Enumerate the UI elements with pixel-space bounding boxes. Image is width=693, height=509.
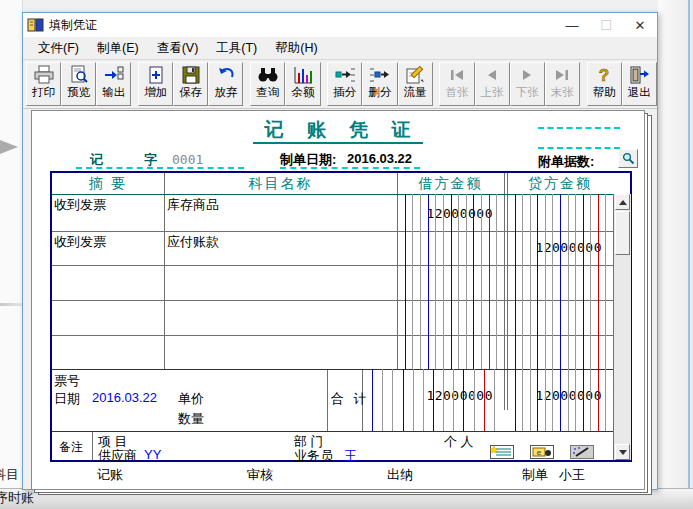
scroll-up-button[interactable] xyxy=(615,194,630,210)
memo-list-icon[interactable] xyxy=(490,445,514,459)
grid-line xyxy=(92,431,93,460)
total-credit-ledger: 12000000 xyxy=(507,369,613,431)
preview-button[interactable]: 预览 xyxy=(61,62,96,106)
prev-page-icon xyxy=(481,65,503,85)
background-window-left xyxy=(0,0,23,509)
next-page-icon xyxy=(516,65,538,85)
prev-page-button[interactable]: 上张 xyxy=(475,62,510,106)
voucher-body: 记 账 凭 证 记 字 0001 制单日期: 2016.03.22 附单据数: xyxy=(23,109,657,509)
magic-wand-icon[interactable] xyxy=(570,445,594,459)
app-book-icon xyxy=(27,17,44,33)
toolbar-separator xyxy=(243,62,250,106)
background-item-subjects[interactable]: 科目 xyxy=(0,466,19,484)
last-page-button[interactable]: 末张 xyxy=(545,62,580,106)
table-scrollbar[interactable] xyxy=(613,194,631,460)
exit-button[interactable]: 退出 xyxy=(622,62,657,106)
delete-line-button[interactable]: 删分 xyxy=(362,62,397,106)
screen-browse-icon[interactable]: e xyxy=(530,445,554,459)
voucher-table: 摘 要 科目名称 借方金额 贷方金额 xyxy=(50,171,632,462)
export-button[interactable]: 输出 xyxy=(96,62,131,106)
grid-line xyxy=(504,173,505,410)
supplier-label: 供应商 xyxy=(98,447,137,465)
save-floppy-icon xyxy=(180,65,202,85)
salesman-label: 业务员 xyxy=(294,447,333,465)
preview-icon xyxy=(68,65,90,85)
magnifier-icon xyxy=(622,152,635,165)
flow-edit-icon xyxy=(404,65,426,85)
menu-bar: 文件(F) 制单(E) 查看(V) 工具(T) 帮助(H) xyxy=(23,37,657,59)
toolbar-separator xyxy=(131,62,138,106)
last-page-icon xyxy=(551,65,573,85)
attachment-lookup-button[interactable] xyxy=(618,149,638,168)
supplier-value[interactable]: YY xyxy=(144,447,161,462)
row-account-cell[interactable]: 应付账款 xyxy=(167,233,219,251)
preparer-value[interactable]: 小王 xyxy=(559,466,585,484)
insert-line-button[interactable]: 插分 xyxy=(327,62,362,106)
scroll-down-button[interactable] xyxy=(615,444,630,460)
undo-icon xyxy=(215,65,237,85)
salesman-value[interactable]: 王 xyxy=(344,447,357,465)
svg-text:e: e xyxy=(537,448,542,457)
scrollbar-thumb[interactable] xyxy=(615,211,630,255)
debit-ledger-column[interactable]: 12000000 xyxy=(397,194,504,369)
remarks-label: 备注 xyxy=(59,439,83,456)
flow-button[interactable]: 流量 xyxy=(398,62,433,106)
unit-price-label: 单价 xyxy=(178,390,204,408)
balance-button[interactable]: 余额 xyxy=(285,62,320,106)
cashier-label: 出纳 xyxy=(387,466,413,484)
add-button[interactable]: 增加 xyxy=(138,62,173,106)
menu-file[interactable]: 文件(F) xyxy=(29,38,88,59)
menu-view[interactable]: 查看(V) xyxy=(148,38,208,59)
attachment-count-label: 附单据数: xyxy=(538,153,594,171)
credit-ledger-column[interactable]: 12000000 xyxy=(507,194,613,369)
menu-make-voucher[interactable]: 制单(E) xyxy=(88,38,148,59)
close-button[interactable]: ✕ xyxy=(623,13,657,37)
detail-date-value[interactable]: 2016.03.22 xyxy=(92,390,157,405)
screen: 科目 序时账 填制凭证 — ☐ ✕ 文件(F) 制单(E) 查看(V) 工具(T… xyxy=(0,0,693,509)
detail-date-label: 日期 xyxy=(54,390,80,408)
print-button[interactable]: 打印 xyxy=(26,62,61,106)
next-page-button[interactable]: 下张 xyxy=(510,62,545,106)
minimize-button[interactable]: — xyxy=(555,13,589,37)
first-page-button[interactable]: 首张 xyxy=(439,62,474,106)
printer-icon xyxy=(33,65,55,85)
quantity-label: 数量 xyxy=(178,410,204,428)
help-button[interactable]: ? 帮助 xyxy=(587,62,622,106)
toolbar-separator xyxy=(433,62,440,106)
toolbar-separator xyxy=(321,62,328,106)
triangle-up-icon xyxy=(619,200,627,205)
window-title: 填制凭证 xyxy=(49,17,97,34)
menu-tools[interactable]: 工具(T) xyxy=(207,38,266,59)
svg-text:?: ? xyxy=(599,66,609,85)
header-account: 科目名称 xyxy=(164,174,397,193)
header-summary: 摘 要 xyxy=(52,174,164,193)
background-divider xyxy=(0,303,22,306)
add-doc-icon xyxy=(145,65,167,85)
grid-line xyxy=(52,431,630,432)
row-summary-cell[interactable]: 收到发票 xyxy=(54,196,106,214)
voucher-title: 记 账 凭 证 xyxy=(32,117,644,143)
first-page-icon xyxy=(446,65,468,85)
output-icon xyxy=(103,65,125,85)
voucher-number[interactable]: 0001 xyxy=(172,152,203,167)
bar-chart-icon xyxy=(292,65,314,85)
save-button[interactable]: 保存 xyxy=(173,62,208,106)
exit-icon xyxy=(628,65,650,85)
maximize-button[interactable]: ☐ xyxy=(589,13,623,37)
query-button[interactable]: 查询 xyxy=(250,62,285,106)
preparer-label: 制单 xyxy=(522,466,548,484)
toolbar-separator xyxy=(580,62,587,106)
debit-amount: 12000000 xyxy=(426,206,493,221)
total-debit-ledger: 12000000 xyxy=(362,369,504,431)
voucher-date-value[interactable]: 2016.03.22 xyxy=(347,151,412,166)
insert-row-icon xyxy=(334,65,356,85)
row-summary-cell[interactable]: 收到发票 xyxy=(54,233,106,251)
title-bar[interactable]: 填制凭证 — ☐ ✕ xyxy=(23,13,657,37)
row-account-cell[interactable]: 库存商品 xyxy=(167,196,219,214)
grid-line xyxy=(327,369,328,431)
attachment-dashed-line-2 xyxy=(538,147,620,149)
triangle-down-icon xyxy=(619,450,627,455)
menu-help[interactable]: 帮助(H) xyxy=(266,38,326,59)
discard-button[interactable]: 放弃 xyxy=(208,62,243,106)
background-window-edge xyxy=(688,0,690,509)
